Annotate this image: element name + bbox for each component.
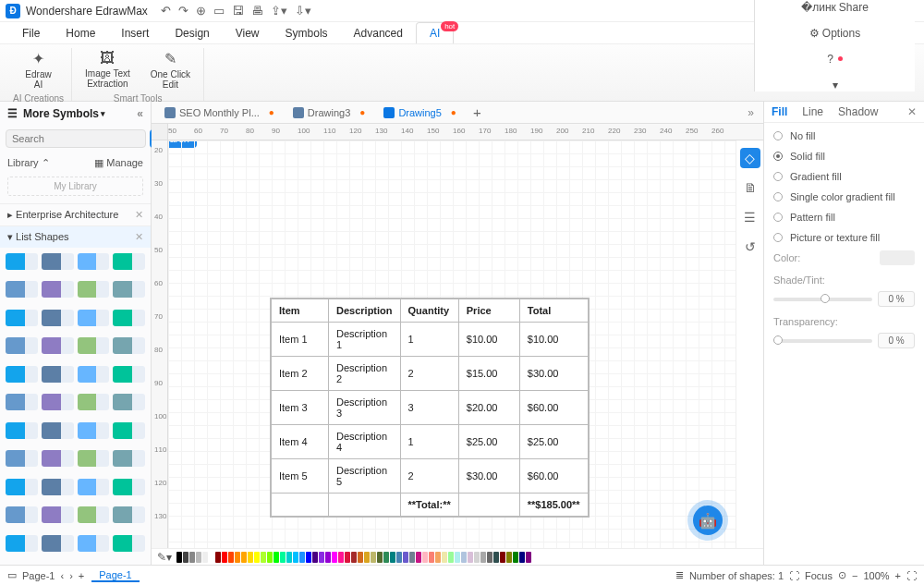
options-button[interactable]: ⚙ Options	[809, 27, 860, 40]
palette-swatch[interactable]	[293, 552, 298, 563]
close-section-icon[interactable]: ✕	[135, 231, 143, 243]
palette-swatch[interactable]	[267, 552, 273, 563]
palette-swatch[interactable]	[455, 552, 460, 563]
shape-thumbnail[interactable]	[42, 535, 74, 552]
palette-swatch[interactable]	[409, 552, 415, 563]
palette-swatch[interactable]	[371, 552, 376, 563]
focus-icon[interactable]: ⛶	[789, 570, 799, 581]
add-tab-button[interactable]: +	[466, 104, 489, 120]
shape-thumbnail[interactable]	[6, 366, 38, 383]
redo-icon[interactable]: ↷	[178, 4, 188, 18]
import-icon[interactable]: ⇩▾	[295, 4, 311, 18]
palette-swatch[interactable]	[422, 552, 428, 563]
fit-icon[interactable]: ⊙	[838, 569, 846, 581]
palette-swatch[interactable]	[364, 552, 370, 563]
palette-swatch[interactable]	[403, 552, 408, 563]
shape-thumbnail[interactable]	[113, 366, 145, 383]
shape-thumbnail[interactable]	[78, 535, 110, 552]
palette-swatch[interactable]	[176, 552, 182, 563]
open-icon[interactable]: ▭	[213, 4, 225, 18]
shape-thumbnail[interactable]	[78, 310, 110, 326]
ai-assistant-bubble[interactable]: 🤖	[693, 506, 723, 535]
shape-thumbnail[interactable]	[42, 337, 74, 354]
palette-swatch[interactable]	[461, 552, 467, 563]
shape-thumbnail[interactable]	[113, 506, 145, 523]
palette-swatch[interactable]	[519, 552, 525, 563]
shape-thumbnail[interactable]	[42, 394, 74, 410]
document-tab[interactable]: SEO Monthly Pl...●	[155, 104, 284, 121]
fill-option[interactable]: Pattern fill	[773, 212, 915, 223]
focus-label[interactable]: Focus	[805, 570, 833, 581]
palette-swatch[interactable]	[306, 552, 311, 563]
export-icon[interactable]: ⇪▾	[271, 4, 287, 18]
shape-thumbnail[interactable]	[42, 253, 74, 270]
menu-more-icon[interactable]: ▾	[833, 79, 838, 91]
layer-tool-icon[interactable]: ☰	[740, 207, 760, 227]
shape-thumbnail[interactable]	[6, 394, 38, 410]
fill-option[interactable]: No fill	[773, 130, 915, 141]
palette-swatch[interactable]	[345, 552, 350, 563]
palette-swatch[interactable]	[474, 552, 480, 563]
shape-thumbnail[interactable]	[113, 310, 145, 326]
shape-thumbnail[interactable]	[78, 394, 110, 410]
palette-swatch[interactable]	[241, 552, 247, 563]
help-button[interactable]: ?	[827, 53, 843, 66]
page-selector[interactable]: Page-1	[22, 570, 55, 581]
shape-thumbnail[interactable]	[6, 450, 38, 467]
library-dropdown[interactable]: Library ⌃	[7, 157, 50, 169]
shape-thumbnail[interactable]	[78, 506, 110, 523]
close-section-icon[interactable]: ✕	[135, 209, 143, 221]
shape-thumbnail[interactable]	[6, 422, 38, 439]
palette-swatch[interactable]	[312, 552, 318, 563]
shade-slider[interactable]	[773, 298, 872, 301]
next-page-icon[interactable]: ›	[69, 570, 73, 581]
palette-swatch[interactable]	[429, 552, 434, 563]
shape-thumbnail[interactable]	[42, 366, 74, 383]
history-tool-icon[interactable]: ↺	[740, 237, 760, 257]
shape-thumbnail[interactable]	[6, 281, 38, 298]
image-text-extraction-button[interactable]: 🖼Image Text Extraction	[79, 48, 136, 91]
shape-thumbnail[interactable]	[78, 366, 110, 383]
fill-option[interactable]: Single color gradient fill	[773, 191, 915, 202]
layers-icon[interactable]: ≣	[675, 569, 684, 581]
shape-thumbnail[interactable]	[6, 479, 38, 495]
undo-icon[interactable]: ↶	[161, 4, 171, 18]
close-right-panel-icon[interactable]: ✕	[907, 105, 917, 118]
right-tab-fill[interactable]: Fill	[772, 105, 787, 118]
shape-thumbnail[interactable]	[6, 535, 38, 552]
fill-option[interactable]: Solid fill	[773, 151, 915, 162]
menu-ai[interactable]: AIhot	[416, 22, 454, 43]
fullscreen-icon[interactable]: ⛶	[906, 570, 917, 581]
shape-thumbnail[interactable]	[113, 479, 145, 495]
add-page-icon[interactable]: +	[79, 570, 84, 581]
shape-thumbnail[interactable]	[42, 310, 74, 326]
page-tab[interactable]: Page-1	[91, 569, 139, 582]
palette-swatch[interactable]	[280, 552, 286, 563]
shape-thumbnail[interactable]	[78, 337, 110, 354]
right-tab-shadow[interactable]: Shadow	[838, 105, 878, 118]
palette-swatch[interactable]	[183, 552, 188, 563]
transparency-value[interactable]: 0 %	[878, 333, 915, 348]
tabs-overflow-icon[interactable]: »	[742, 106, 760, 119]
palette-swatch[interactable]	[248, 552, 253, 563]
eyedropper-icon[interactable]: ✎▾	[157, 551, 172, 564]
palette-swatch[interactable]	[299, 552, 305, 563]
print-icon[interactable]: 🖶	[251, 4, 263, 18]
shape-thumbnail[interactable]	[113, 394, 145, 410]
palette-swatch[interactable]	[209, 552, 214, 563]
shape-thumbnail[interactable]	[78, 422, 110, 439]
shape-thumbnail[interactable]	[113, 337, 145, 354]
shape-thumbnail[interactable]	[113, 281, 145, 298]
palette-swatch[interactable]	[338, 552, 344, 563]
palette-swatch[interactable]	[448, 552, 454, 563]
menu-home[interactable]: Home	[53, 23, 108, 43]
menu-file[interactable]: File	[9, 23, 53, 43]
shape-thumbnail[interactable]	[78, 450, 110, 467]
color-swatch[interactable]	[880, 250, 915, 265]
palette-swatch[interactable]	[274, 552, 279, 563]
document-tab[interactable]: Drawing5●	[374, 104, 466, 121]
palette-swatch[interactable]	[351, 552, 357, 563]
palette-swatch[interactable]	[526, 552, 531, 563]
palette-swatch[interactable]	[377, 552, 383, 563]
collapse-left-icon[interactable]: «	[137, 107, 143, 120]
